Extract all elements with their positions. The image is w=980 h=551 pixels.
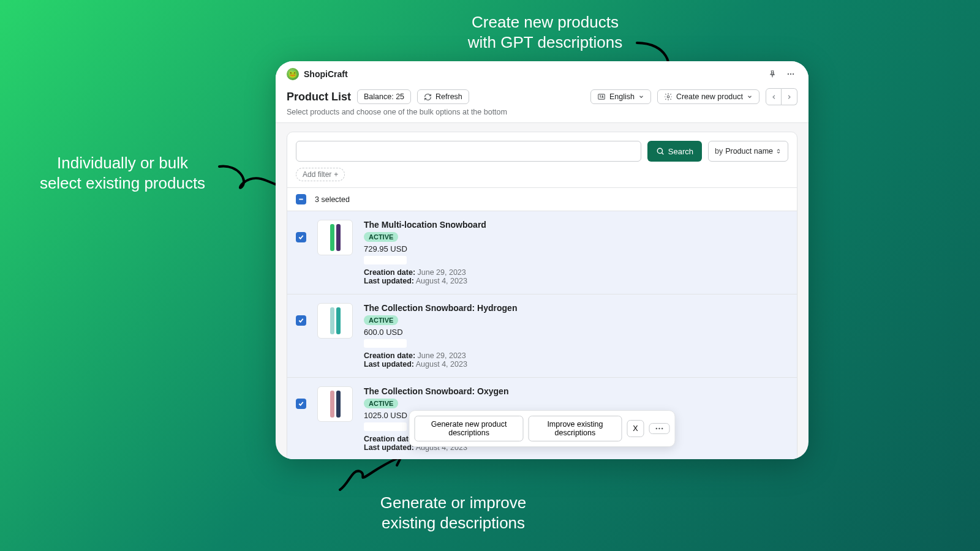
product-row[interactable]: The Collection Snowboard: Hydrogen ACTIV… — [287, 294, 797, 377]
svg-point-11 — [662, 428, 663, 430]
status-badge: ACTIVE — [364, 232, 398, 242]
toolbar: Product List Balance: 25 Refresh English… — [276, 86, 809, 123]
svg-point-3 — [793, 73, 794, 75]
product-checkbox[interactable] — [296, 232, 306, 242]
brand-logo-icon: 🐸 — [287, 68, 299, 80]
placeholder-chip — [364, 339, 407, 348]
product-title: The Collection Snowboard: Oxygen — [364, 386, 788, 396]
app-header: 🐸 ShopiCraft — [276, 61, 809, 86]
add-filter-label: Add filter — [303, 170, 331, 179]
sparkle-icon — [664, 92, 673, 101]
more-icon[interactable] — [784, 67, 797, 81]
svg-point-5 — [667, 96, 669, 98]
annotation-top: Create new productswith GPT descriptions — [429, 12, 662, 52]
sort-icon — [775, 148, 782, 155]
svg-point-1 — [788, 73, 789, 75]
selected-count: 3 selected — [315, 195, 350, 204]
bulk-action-bar: Generate new product descriptions Improv… — [409, 410, 676, 447]
search-button[interactable]: Search — [647, 141, 702, 162]
sort-value: Product name — [725, 147, 773, 156]
product-title: The Collection Snowboard: Hydrogen — [364, 303, 788, 313]
annotation-left: Individually or bulkselect existing prod… — [18, 153, 227, 193]
create-label: Create new product — [676, 92, 743, 101]
search-input[interactable] — [296, 141, 641, 162]
toolbar-subtext: Select products and choose one of the bu… — [287, 108, 797, 116]
language-label: English — [609, 92, 635, 101]
next-page-button[interactable] — [782, 88, 797, 105]
select-all-checkbox[interactable] — [296, 194, 306, 204]
product-thumbnail — [317, 303, 353, 339]
pin-icon[interactable] — [766, 67, 779, 81]
brand: 🐸 ShopiCraft — [287, 68, 348, 80]
more-actions-button[interactable] — [649, 423, 670, 434]
svg-rect-4 — [598, 94, 605, 99]
close-actions-button[interactable]: X — [627, 420, 644, 437]
svg-line-7 — [662, 152, 663, 154]
generate-descriptions-button[interactable]: Generate new product descriptions — [415, 416, 524, 441]
product-checkbox[interactable] — [296, 399, 306, 409]
chevron-down-icon — [638, 94, 644, 100]
placeholder-chip — [364, 256, 407, 264]
created-date: Creation date: June 29, 2023 — [364, 268, 788, 277]
check-icon — [298, 400, 304, 407]
status-badge: ACTIVE — [364, 315, 398, 325]
app-window: 🐸 ShopiCraft Product List Balance: 25 Re… — [276, 61, 809, 459]
updated-date: Last updated: August 4, 2023 — [364, 277, 788, 285]
page-title: Product List — [287, 91, 351, 103]
annotation-bottom: Generate or improveexisting descriptions — [343, 493, 564, 533]
updated-date: Last updated: August 4, 2023 — [364, 360, 788, 369]
plus-icon: + — [334, 170, 338, 179]
status-badge: ACTIVE — [364, 399, 398, 408]
svg-point-10 — [658, 428, 660, 430]
product-checkbox[interactable] — [296, 315, 306, 326]
chevron-left-icon — [771, 94, 777, 100]
improve-descriptions-button[interactable]: Improve existing descriptions — [529, 416, 622, 441]
prev-page-button[interactable] — [766, 88, 782, 105]
app-name: ShopiCraft — [304, 69, 348, 79]
refresh-label: Refresh — [435, 92, 462, 101]
sort-prefix: by — [715, 147, 723, 156]
search-button-label: Search — [668, 147, 693, 156]
product-row[interactable]: The Multi-location Snowboard ACTIVE 729.… — [287, 211, 797, 294]
refresh-icon — [424, 93, 432, 101]
check-icon — [298, 234, 304, 241]
create-product-button[interactable]: Create new product — [657, 89, 760, 104]
language-selector[interactable]: English — [590, 89, 651, 104]
svg-point-6 — [657, 148, 662, 153]
chevron-right-icon — [786, 94, 793, 100]
language-icon — [597, 92, 606, 101]
placeholder-chip — [364, 422, 407, 431]
product-title: The Multi-location Snowboard — [364, 220, 788, 230]
created-date: Creation date: June 29, 2023 — [364, 351, 788, 360]
product-thumbnail — [317, 220, 353, 255]
pagination-nav — [766, 88, 797, 105]
product-thumbnail — [317, 386, 353, 422]
svg-point-2 — [790, 73, 791, 75]
add-filter-button[interactable]: Add filter + — [296, 168, 345, 181]
chevron-down-icon — [747, 94, 753, 100]
product-price: 600.0 USD — [364, 328, 788, 337]
sort-selector[interactable]: by Product name — [708, 141, 788, 162]
search-icon — [656, 147, 665, 156]
more-icon — [655, 427, 664, 430]
balance-chip: Balance: 25 — [357, 89, 411, 104]
minus-icon — [298, 196, 304, 203]
refresh-button[interactable]: Refresh — [417, 89, 469, 104]
product-price: 729.95 USD — [364, 244, 788, 253]
selection-header: 3 selected — [287, 187, 797, 211]
check-icon — [298, 317, 304, 324]
svg-point-9 — [656, 428, 658, 430]
